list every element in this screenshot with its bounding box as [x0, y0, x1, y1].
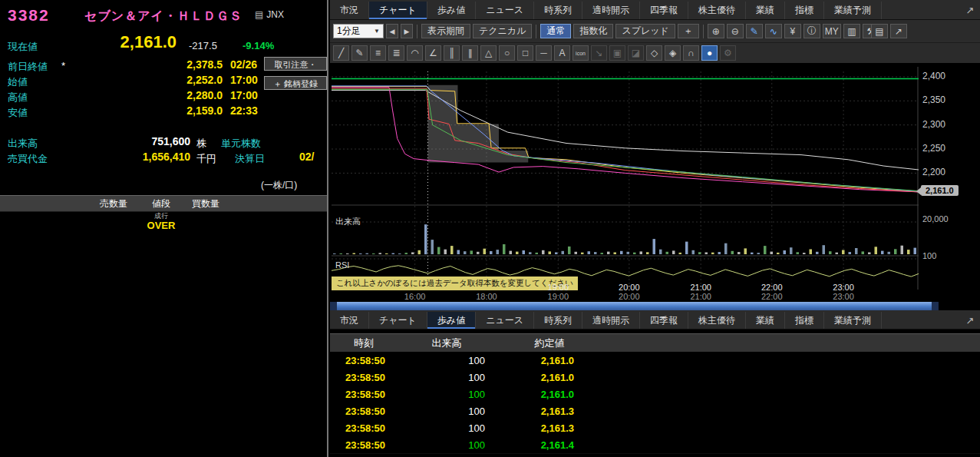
eraser-icon[interactable]: ◇ — [646, 45, 662, 61]
tab-2[interactable]: チャート — [369, 312, 427, 329]
tab-6[interactable]: 適時開示 — [582, 2, 640, 19]
info-icon[interactable]: ⓘ — [803, 24, 820, 38]
info-label: 始値 — [8, 75, 28, 89]
trade-time: 23:58:50 — [330, 422, 398, 434]
x-axis-label: 19:00 — [543, 283, 573, 292]
expand-icon[interactable]: ↗ — [960, 312, 980, 329]
trade-volume: 100 — [398, 389, 496, 400]
info-value: 2,280.0 — [107, 89, 223, 101]
y-axis-label: 2,400 — [922, 71, 964, 81]
turnover-unit: 千円 — [196, 152, 216, 166]
add-button[interactable]: ＋ — [678, 24, 699, 38]
tab-1[interactable]: 市況 — [330, 2, 369, 19]
timeframe-select[interactable]: 1分足 ▼ — [333, 24, 384, 38]
eraser-all-icon[interactable]: ◈ — [665, 45, 681, 61]
tab-11[interactable]: 業績予測 — [824, 2, 882, 19]
lock-icon[interactable]: ● — [701, 45, 718, 61]
trendline-icon[interactable]: ╱ — [333, 45, 349, 61]
register-symbol-button[interactable]: ＋ 銘柄登録 — [264, 76, 327, 90]
mode-button-2[interactable]: スプレッド — [615, 24, 675, 38]
svg-text:出来高: 出来高 — [335, 217, 361, 226]
tab-7[interactable]: 四季報 — [640, 312, 688, 329]
polygon-icon[interactable]: △ — [480, 45, 497, 61]
board-icon: ▤ — [255, 9, 263, 20]
stamp-icon[interactable]: icon — [572, 45, 589, 61]
tab-11[interactable]: 業績予測 — [824, 312, 882, 329]
text-icon[interactable]: A — [554, 45, 570, 61]
wave-icon[interactable]: ∿ — [765, 24, 782, 38]
prev-button[interactable]: ◀ — [386, 24, 398, 38]
zoom-out-icon[interactable]: ⊖ — [727, 24, 744, 38]
magnet-icon[interactable]: ∩ — [683, 45, 699, 61]
price-chart[interactable]: 出来高RSI — [332, 67, 919, 290]
rsi-scale-label: 100 — [922, 251, 936, 260]
bar-chart-icon[interactable]: ▥ — [843, 24, 860, 38]
tab-5[interactable]: 時系列 — [534, 2, 582, 19]
zoom-in-icon[interactable]: ⊕ — [708, 24, 724, 38]
sell-qty-header: 売数量 — [89, 197, 138, 210]
trade-row[interactable]: 23:58:501002,161.4 — [330, 436, 980, 454]
next-button[interactable]: ▶ — [401, 24, 413, 38]
chart-area[interactable]: 出来高RSI 2,4002,3502,3002,2502,200 2,161.0… — [330, 64, 980, 310]
info-extra: 02/26 — [230, 58, 257, 71]
trade-price: 2,161.4 — [496, 439, 603, 451]
my-indicator-icon[interactable]: MY — [823, 24, 841, 38]
tab-5[interactable]: 時系列 — [534, 312, 582, 329]
x-axis-label: 19:00 — [543, 292, 573, 301]
trade-row[interactable]: 23:58:501002,161.3 — [330, 402, 980, 420]
arc-icon[interactable]: ◠ — [407, 45, 423, 61]
export-icon[interactable]: ↗ — [890, 24, 907, 38]
trade-row[interactable]: 23:58:501002,161.0 — [330, 352, 980, 369]
circle-icon[interactable]: ○ — [499, 45, 515, 61]
tab-6[interactable]: 適時開示 — [582, 312, 640, 329]
parallel-lines-icon[interactable]: ≣ — [388, 45, 404, 61]
toolbar-button-0[interactable]: 表示期間 — [421, 24, 470, 38]
over-row[interactable]: OVER — [143, 220, 180, 231]
vertical-lines-icon[interactable]: ║ — [444, 45, 460, 61]
trade-row[interactable]: 23:58:501002,161.0 — [330, 369, 980, 386]
pencil-icon[interactable]: ✎ — [351, 45, 368, 61]
multi-line-icon[interactable]: ≡ — [370, 45, 386, 61]
pen-icon[interactable]: ✎ — [746, 24, 763, 38]
trade-row[interactable]: 23:58:501002,161.0 — [330, 386, 980, 403]
trade-price: 2,161.3 — [496, 422, 603, 434]
toolbar-button-1[interactable]: テクニカル — [473, 24, 532, 38]
tab-9[interactable]: 業績 — [746, 312, 785, 329]
tab-3[interactable]: 歩み値 — [427, 2, 476, 19]
tab-4[interactable]: ニュース — [476, 312, 534, 329]
angle-line-icon[interactable]: ∠ — [425, 45, 441, 61]
mode-button-0[interactable]: 通常 — [540, 24, 571, 38]
yen-icon[interactable]: ¥ — [784, 24, 801, 38]
fill-rect-icon[interactable]: ▣ — [609, 45, 625, 61]
hline-icon[interactable]: ─ — [536, 45, 552, 61]
tab-1[interactable]: 市況 — [330, 312, 369, 329]
channel-icon[interactable]: ∥ — [462, 45, 478, 61]
tab-8[interactable]: 株主優待 — [688, 312, 746, 329]
stock-code: 3382 — [8, 6, 50, 25]
trade-caution-button[interactable]: 取引注意・ — [264, 57, 327, 71]
tab-2[interactable]: チャート — [369, 2, 427, 19]
x-axis-label: 16:00 — [400, 292, 431, 301]
mode-button-1[interactable]: 指数化 — [573, 24, 613, 38]
expand-icon[interactable]: ↗ — [960, 2, 980, 19]
order-book-header: 売数量 値段 買数量 — [0, 195, 327, 212]
tab-10[interactable]: 指標 — [785, 2, 824, 19]
trade-time: 23:58:50 — [330, 439, 398, 451]
print-icon[interactable]: ▤ — [871, 24, 888, 38]
trade-time: 23:58:50 — [330, 372, 398, 383]
tab-9[interactable]: 業績 — [746, 2, 785, 19]
unit-shares-label: 単元株数 — [221, 137, 261, 151]
dropdown-caret-icon: ▼ — [374, 28, 380, 35]
half-fill-icon[interactable]: ◪ — [628, 45, 644, 61]
tab-4[interactable]: ニュース — [476, 2, 534, 19]
trade-row[interactable]: 23:58:501002,161.3 — [330, 419, 980, 437]
settings-icon[interactable]: ⚙ — [720, 45, 736, 61]
y-axis-label: 2,250 — [922, 143, 964, 154]
arrow-stamp-icon[interactable]: ↘ — [591, 45, 607, 61]
tab-3[interactable]: 歩み値 — [427, 312, 476, 329]
tab-8[interactable]: 株主優待 — [688, 2, 746, 19]
tab-7[interactable]: 四季報 — [640, 2, 688, 19]
stock-name: セブン＆アイ・ＨＬＤＧＳ — [84, 8, 243, 25]
rect-icon[interactable]: □ — [517, 45, 533, 61]
tab-10[interactable]: 指標 — [785, 312, 824, 329]
